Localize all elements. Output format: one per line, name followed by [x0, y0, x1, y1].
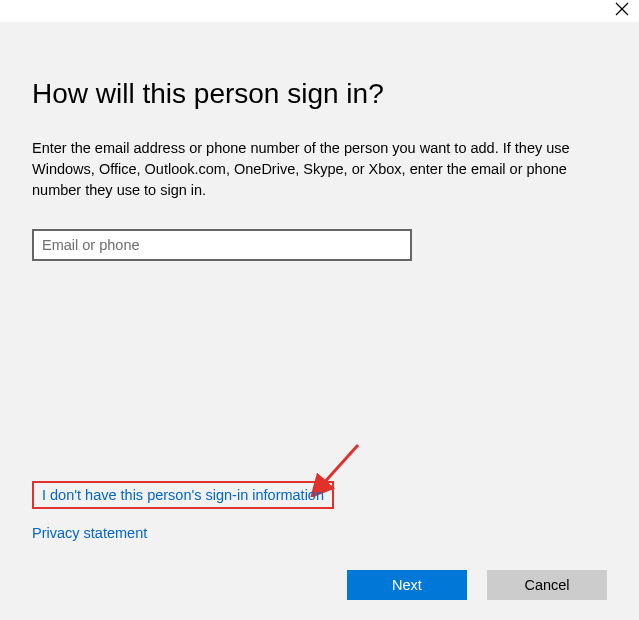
next-button[interactable]: Next — [347, 570, 467, 600]
titlebar — [0, 0, 639, 22]
link-row: I don't have this person's sign-in infor… — [32, 481, 607, 509]
button-row: Next Cancel — [32, 570, 607, 600]
cancel-button[interactable]: Cancel — [487, 570, 607, 600]
body-text: Enter the email address or phone number … — [32, 138, 592, 201]
bottom-area: I don't have this person's sign-in infor… — [32, 481, 607, 600]
link-row: Privacy statement — [32, 519, 607, 542]
email-or-phone-input[interactable] — [32, 229, 412, 261]
page-title: How will this person sign in? — [32, 78, 607, 110]
dialog-panel: How will this person sign in? Enter the … — [0, 22, 639, 620]
close-icon[interactable] — [615, 2, 629, 16]
privacy-statement-link[interactable]: Privacy statement — [32, 525, 147, 541]
no-sign-in-info-link[interactable]: I don't have this person's sign-in infor… — [32, 481, 334, 509]
svg-line-3 — [322, 445, 358, 485]
